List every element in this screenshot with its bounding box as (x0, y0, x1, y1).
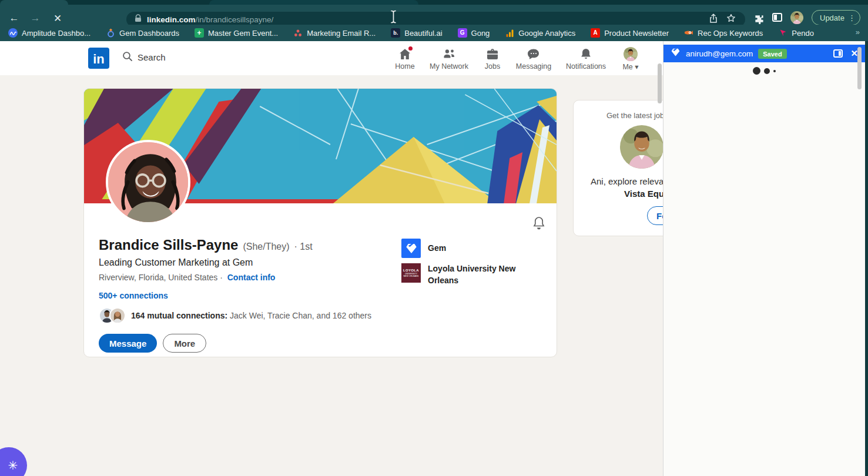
red-dots-icon (293, 28, 303, 38)
follow-bell-icon[interactable] (532, 216, 545, 232)
lock-icon (135, 14, 142, 25)
search-icon (122, 51, 133, 63)
active-tab[interactable] (0, 0, 68, 5)
nav-label: Messaging (516, 62, 551, 71)
side-panel-icon[interactable] (772, 13, 782, 22)
bookmark-gong[interactable]: G Gong (458, 28, 490, 38)
nav-label: Notifications (566, 62, 606, 71)
browser-toolbar: ← → ✕ linkedin.com/in/brandicesillspayne… (0, 5, 868, 25)
profile-pronouns: (She/They) (243, 242, 289, 252)
linkedin-navbar: in Search Home My Network (0, 41, 663, 75)
promo-text: Ani, explore releva (591, 176, 663, 186)
home-notification-badge (407, 45, 414, 52)
current-company-row[interactable]: Gem (401, 239, 548, 258)
adobe-icon: A (591, 28, 600, 38)
nav-my-network[interactable]: My Network (422, 45, 476, 71)
panel-scrollbar-thumb[interactable] (857, 47, 862, 89)
share-icon[interactable] (709, 14, 718, 26)
loyola-logo-icon: LOYOLA UNIVERSITY NEW ORLEANS (401, 263, 421, 283)
bookmarks-overflow-chevron[interactable]: » (856, 28, 860, 36)
bookmark-label: Product Newsletter (604, 29, 669, 38)
profile-orgs: Gem LOYOLA UNIVERSITY NEW ORLEANS Loyola… (401, 239, 548, 286)
page-scrollbar[interactable] (658, 41, 662, 476)
bookmarks-bar: Amplitude Dashbo... Gem Dashboards + Mas… (0, 25, 868, 41)
assistant-fab-button[interactable]: ✳ (0, 447, 27, 476)
bookmark-label: Master Gem Event... (208, 29, 278, 38)
gem-ring-icon (106, 28, 115, 38)
chevron-down-icon: ▾ (633, 63, 639, 71)
gem-extension-panel: anirudh@gem.com Saved ✕ (663, 41, 865, 476)
saved-status-badge: Saved (758, 49, 786, 59)
bookmark-label: Google Analytics (518, 29, 575, 38)
beautiful-ai-icon: b. (391, 28, 400, 38)
asterisk-icon: ✳ (8, 458, 18, 472)
bookmark-pendo[interactable]: Pendo (778, 28, 814, 38)
stop-button[interactable]: ✕ (51, 11, 65, 25)
url-path: /in/brandicesillspayne/ (196, 15, 274, 24)
nav-label: My Network (430, 62, 468, 71)
linkedin-nav-items: Home My Network Jobs Messaging (388, 45, 648, 71)
url-host: linkedin.com (147, 15, 196, 24)
google-analytics-icon (505, 28, 514, 38)
promo-avatar (620, 125, 663, 169)
bookmark-google-analytics[interactable]: Google Analytics (505, 28, 575, 38)
forward-button[interactable]: → (28, 11, 42, 25)
bookmark-gem-dashboards[interactable]: Gem Dashboards (106, 28, 179, 38)
my-network-icon (442, 46, 456, 62)
bookmark-label: Gem Dashboards (119, 29, 179, 38)
contact-info-link[interactable]: Contact info (227, 273, 276, 282)
page-scrollbar-thumb[interactable] (658, 63, 662, 103)
search-input[interactable]: Search (122, 51, 166, 63)
nav-home[interactable]: Home (388, 45, 422, 71)
nav-messaging[interactable]: Messaging (509, 45, 558, 71)
gem-logo-icon (401, 239, 421, 258)
jobs-icon (485, 46, 500, 62)
text-cursor (390, 10, 397, 26)
more-button[interactable]: More (163, 334, 206, 353)
mutual-count: 164 mutual connections: (131, 311, 227, 320)
background-tab[interactable] (209, 0, 418, 5)
rec-ops-icon (684, 28, 693, 38)
bookmark-label: Amplitude Dashbo... (22, 29, 91, 38)
connections-link[interactable]: 500+ connections (99, 291, 371, 300)
linkedin-logo[interactable]: in (88, 48, 109, 69)
expand-panel-icon[interactable] (833, 49, 843, 58)
screen: ← → ✕ linkedin.com/in/brandicesillspayne… (0, 0, 868, 476)
me-avatar (624, 47, 638, 61)
profile-name: Brandice Sills-Payne (99, 237, 238, 253)
back-button[interactable]: ← (7, 11, 21, 25)
profile-location: Riverview, Florida, United States · (99, 273, 223, 282)
bookmark-marketing-email[interactable]: Marketing Email R... (293, 28, 376, 38)
gem-diamond-icon (671, 48, 681, 59)
education-row[interactable]: LOYOLA UNIVERSITY NEW ORLEANS Loyola Uni… (401, 263, 548, 286)
nav-notifications[interactable]: Notifications (558, 45, 614, 71)
extension-header: anirudh@gem.com Saved ✕ (663, 45, 865, 62)
bookmark-label: Marketing Email R... (307, 29, 376, 38)
school-name: Loyola University New Orleans (428, 263, 522, 286)
profile-headline: Leading Customer Marketing at Gem (99, 257, 371, 268)
promo-header: Get the latest job (606, 111, 664, 120)
kebab-menu-icon: ⋮ (848, 14, 856, 22)
gong-icon: G (458, 28, 467, 38)
bookmark-label: Pendo (792, 29, 814, 38)
nav-me[interactable]: Me ▾ (614, 45, 648, 71)
nav-jobs[interactable]: Jobs (476, 45, 509, 71)
connection-degree: · 1st (294, 242, 313, 252)
bookmark-star-icon[interactable] (726, 14, 736, 25)
mutual-connections[interactable]: 164 mutual connections: Jack Wei, Tracie… (99, 307, 371, 324)
messaging-icon (527, 46, 541, 62)
bookmark-master-gem-event[interactable]: + Master Gem Event... (195, 28, 278, 38)
company-name: Gem (428, 243, 446, 254)
bookmark-amplitude[interactable]: Amplitude Dashbo... (8, 28, 91, 38)
message-button[interactable]: Message (99, 334, 157, 353)
profile-photo[interactable] (106, 140, 190, 224)
bookmark-rec-ops-keywords[interactable]: Rec Ops Keywords (684, 28, 763, 38)
update-button[interactable]: Update ⋮ (812, 10, 860, 25)
amplitude-icon (8, 28, 18, 38)
pendo-icon (778, 28, 787, 38)
browser-profile-avatar[interactable] (790, 11, 803, 24)
profile-info: Brandice Sills-Payne (She/They) · 1st Le… (99, 237, 371, 353)
bookmark-label: Beautiful.ai (404, 29, 442, 38)
bookmark-product-newsletter[interactable]: A Product Newsletter (591, 28, 669, 38)
bookmark-beautiful-ai[interactable]: b. Beautiful.ai (391, 28, 442, 38)
